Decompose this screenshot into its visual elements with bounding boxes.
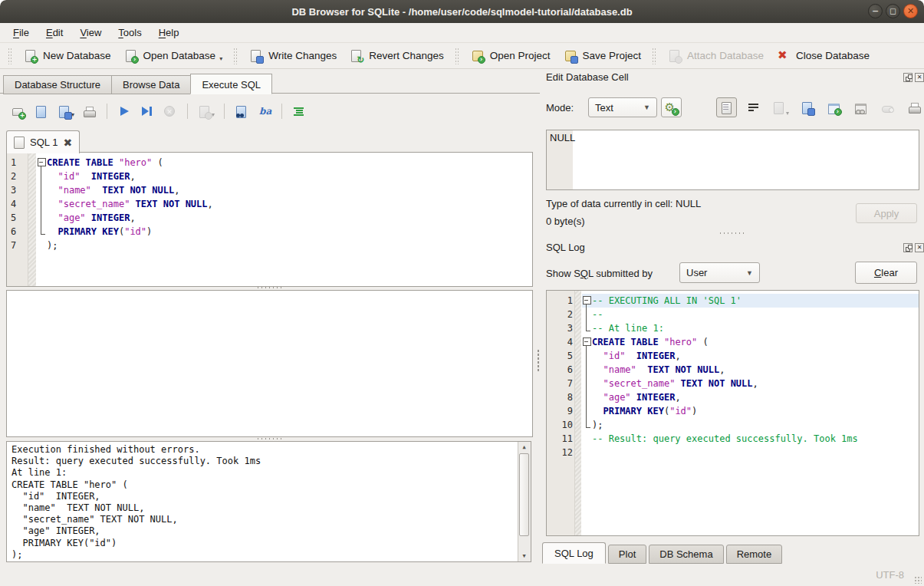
sql-log-filter-select[interactable]: User ▼ (679, 262, 760, 283)
new-tab-button[interactable]: + (11, 104, 26, 119)
tab-execute-sql[interactable]: Execute SQL (190, 74, 272, 94)
code-line: 6 PRIMARY KEY("id") (7, 225, 532, 239)
dock-tab-remote[interactable]: Remote (726, 545, 783, 564)
import-file-button[interactable]: ▾ (770, 97, 791, 117)
close-database-button[interactable]: ✖Close Database (770, 45, 876, 66)
code-text: "id" INTEGER, (592, 349, 919, 363)
sql-editor[interactable]: 1CREATE TABLE "hero" (2 "id" INTEGER,3 "… (6, 152, 533, 287)
new-database-button[interactable]: +New Database (17, 45, 117, 66)
sql-log-filter-value: User (686, 267, 707, 278)
dropdown-caret-icon[interactable]: ▾ (219, 55, 222, 62)
text-mode-button[interactable] (716, 97, 737, 117)
open-external-button[interactable]: › (824, 97, 844, 117)
close-button[interactable]: ✕ (903, 4, 918, 18)
fold-margin (582, 446, 592, 459)
dock-float-icon[interactable] (903, 243, 912, 252)
auto-apply-button[interactable]: ⚙› (661, 97, 682, 117)
fold-cont-icon (582, 349, 592, 363)
cell-value-editor[interactable]: NULL (546, 130, 919, 190)
maximize-button[interactable]: ◻ (886, 4, 900, 18)
attach-database-button[interactable]: Attach Database (661, 45, 770, 66)
export-file-icon (800, 100, 815, 115)
code-text: -- EXECUTING ALL IN 'SQL 1' (592, 294, 919, 308)
revert-changes-button[interactable]: ↻Revert Changes (343, 45, 450, 66)
tab-close-icon[interactable]: ✖ (63, 137, 72, 148)
save-sql-file-button[interactable]: ▾ (57, 104, 74, 119)
scroll-down-icon[interactable]: ▼ (518, 551, 530, 561)
dock-close-icon[interactable]: ✕ (915, 243, 924, 252)
export-file-button[interactable] (797, 97, 817, 117)
pane-splitter[interactable] (537, 349, 540, 372)
dock-close-icon[interactable]: ✕ (915, 73, 924, 82)
dock-tab-sql-log[interactable]: SQL Log (542, 542, 606, 564)
find-replace-button[interactable]: ba (257, 104, 272, 119)
minimize-button[interactable]: − (868, 4, 883, 18)
toolbar-drag-handle[interactable] (8, 48, 12, 64)
scroll-up-icon[interactable]: ▲ (518, 442, 530, 453)
link-button[interactable] (850, 97, 871, 117)
dock-tab-plot[interactable]: Plot (608, 545, 646, 564)
tab-database-structure[interactable]: Database Structure (3, 75, 112, 94)
toolbar-button-label: Attach Database (687, 50, 764, 61)
print-cell-button[interactable] (904, 97, 924, 117)
toolbar-separator (187, 104, 188, 119)
resize-grip-icon[interactable] (914, 576, 922, 584)
write-changes-button[interactable]: Write Changes (242, 45, 343, 66)
set-null-button[interactable] (877, 97, 898, 117)
execution-log[interactable]: Execution finished without errors.Result… (6, 441, 531, 562)
menu-edit[interactable]: Edit (38, 25, 71, 41)
line-number: 5 (547, 349, 582, 363)
print-button[interactable] (82, 104, 97, 119)
code-line: 4 "secret_name" TEXT NOT NULL, (7, 197, 532, 211)
mode-select[interactable]: Text ▼ (588, 97, 657, 117)
line-number: 8 (547, 390, 582, 404)
dock-float-icon[interactable] (903, 73, 912, 82)
dock-tab-db-schema[interactable]: DB Schema (649, 545, 723, 564)
code-line: 9 PRIMARY KEY("id") (547, 404, 919, 418)
open-sql-file-icon (34, 104, 49, 119)
word-wrap-icon (746, 100, 761, 115)
tab-browse-data[interactable]: Browse Data (111, 75, 191, 94)
sql-toolbar: +▾✕▾ba (11, 100, 307, 122)
fold-start-icon[interactable] (582, 294, 592, 308)
log-line: At line 1: (12, 467, 526, 479)
save-project-icon (563, 48, 578, 63)
save-sql-file-icon (57, 104, 72, 119)
line-number: 2 (7, 170, 37, 183)
menu-view[interactable]: View (71, 25, 110, 41)
open-project-button[interactable]: ›Open Project (464, 45, 557, 66)
clear-button[interactable]: Clear (855, 262, 917, 284)
fold-start-icon[interactable] (582, 335, 592, 349)
find-button[interactable] (234, 104, 249, 119)
log-line: CREATE TABLE "hero" ( (12, 479, 526, 491)
titlebar[interactable]: DB Browser for SQLite - /home/user/code/… (0, 0, 924, 23)
sql-log-view[interactable]: 1-- EXECUTING ALL IN 'SQL 1'2--3-- At li… (546, 290, 919, 536)
save-results-button[interactable]: ▾ (197, 104, 215, 119)
word-wrap-button[interactable] (743, 97, 764, 117)
code-line: 6 "name" TEXT NOT NULL, (547, 363, 919, 377)
format-sql-button[interactable] (291, 104, 307, 119)
main-toolbar: +New Database›Open Database▾Write Change… (0, 43, 924, 69)
sql-file-tab[interactable]: SQL 1 ✖ (6, 130, 80, 153)
scrollbar-thumb[interactable] (519, 453, 529, 536)
toolbar-button-label: Close Database (796, 50, 870, 61)
results-log-splitter[interactable] (256, 437, 282, 440)
editor-results-splitter[interactable] (256, 286, 282, 289)
apply-button[interactable]: Apply (856, 203, 917, 223)
save-project-button[interactable]: Save Project (557, 45, 648, 66)
open-database-button[interactable]: ›Open Database▾ (117, 45, 229, 66)
menu-help[interactable]: Help (150, 25, 188, 41)
execute-all-button[interactable] (117, 104, 132, 119)
menu-file[interactable]: File (5, 25, 38, 41)
execute-line-button[interactable] (140, 104, 155, 119)
stop-button[interactable]: ✕ (163, 104, 178, 119)
menu-tools[interactable]: Tools (110, 25, 150, 41)
editor-rows: 1CREATE TABLE "hero" (2 "id" INTEGER,3 "… (7, 153, 532, 252)
dock-splitter[interactable] (718, 232, 745, 235)
open-sql-file-button[interactable] (34, 104, 49, 119)
results-grid[interactable] (6, 290, 533, 437)
fold-start-icon[interactable] (37, 156, 47, 170)
toolbar-separator (224, 104, 225, 119)
cell-value: NULL (550, 132, 575, 143)
execution-log-scrollbar[interactable]: ▲ ▼ (518, 442, 531, 561)
